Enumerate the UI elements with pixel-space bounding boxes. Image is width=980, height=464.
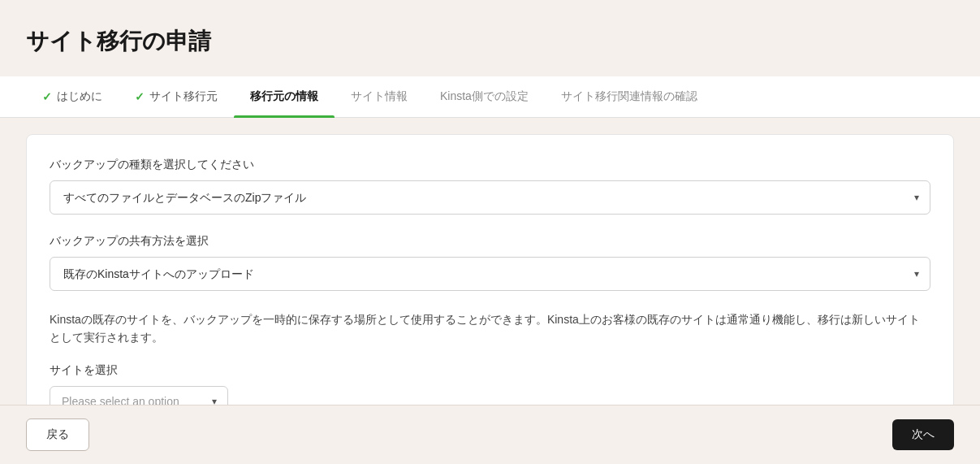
share-method-group: バックアップの共有方法を選択 既存のKinstaサイトへのアップロード ▾ (50, 234, 930, 291)
page-title: サイト移行の申請 (0, 0, 980, 76)
step-site-info[interactable]: サイト情報 (335, 76, 424, 117)
step-source-info-label: 移行元の情報 (250, 89, 318, 104)
step-source-label: サイト移行元 (149, 89, 218, 104)
step-kinsta-settings[interactable]: Kinsta側での設定 (424, 76, 545, 117)
share-method-select[interactable]: 既存のKinstaサイトへのアップロード (50, 257, 930, 291)
step-source[interactable]: ✓ サイト移行元 (119, 76, 234, 117)
info-text: Kinstaの既存のサイトを、バックアップを一時的に保存する場所として使用するこ… (50, 310, 930, 347)
backup-type-select[interactable]: すべてのファイルとデータベースのZipファイル (50, 180, 930, 215)
site-select-label: サイトを選択 (50, 363, 930, 378)
footer: 戻る 次へ (0, 405, 980, 464)
backup-type-select-wrapper: すべてのファイルとデータベースのZipファイル ▾ (50, 180, 930, 215)
share-method-label: バックアップの共有方法を選択 (50, 234, 930, 249)
step-intro-label: はじめに (57, 89, 102, 104)
step-intro[interactable]: ✓ はじめに (26, 76, 119, 117)
next-button[interactable]: 次へ (892, 419, 954, 450)
step-source-info[interactable]: 移行元の情報 (234, 76, 335, 117)
back-button[interactable]: 戻る (26, 418, 89, 451)
step-site-info-label: サイト情報 (351, 89, 408, 104)
stepper: ✓ はじめに ✓ サイト移行元 移行元の情報 サイト情報 Kinsta側での設定… (0, 76, 980, 118)
check-icon-intro: ✓ (42, 90, 52, 103)
step-confirm[interactable]: サイト移行関連情報の確認 (545, 76, 714, 117)
backup-type-label: バックアップの種類を選択してください (50, 158, 930, 172)
share-method-select-wrapper: 既存のKinstaサイトへのアップロード ▾ (50, 257, 930, 291)
step-confirm-label: サイト移行関連情報の確認 (561, 89, 697, 104)
step-kinsta-settings-label: Kinsta側での設定 (440, 89, 529, 104)
backup-type-group: バックアップの種類を選択してください すべてのファイルとデータベースのZipファ… (50, 158, 930, 215)
check-icon-source: ✓ (135, 90, 145, 103)
